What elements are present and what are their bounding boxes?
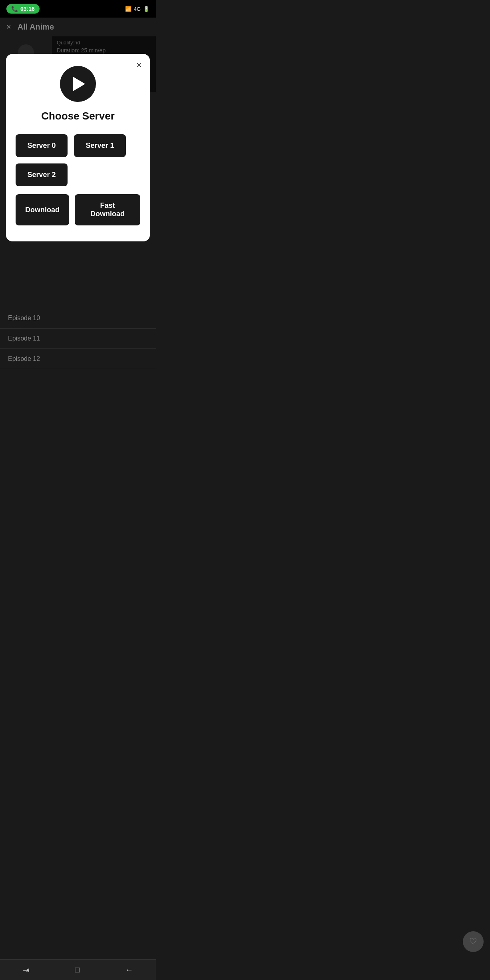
status-time: 📞 03:16 [6,4,40,14]
server-1-button[interactable]: Server 1 [74,134,126,157]
play-circle [60,66,96,102]
choose-server-modal: × Choose Server Server 0 Server 1 [6,54,150,241]
status-right: 📶 4G 🔋 [125,6,149,12]
status-bar: 📞 03:16 📶 4G 🔋 [0,0,156,18]
signal-icon: 📶 [125,6,131,12]
server-2-button[interactable]: Server 2 [16,163,68,186]
modal-title: Choose Server [41,110,115,122]
modal-overlay: × Choose Server Server 0 Server 1 [0,36,156,92]
download-row: Download Fast Download [16,194,140,225]
page-title: All Anime [18,22,54,32]
phone-icon: 📞 [11,6,18,12]
network-label: 4G [134,6,141,12]
battery-icon: 🔋 [143,6,149,12]
modal-close-button[interactable]: × [136,60,142,70]
play-icon [73,77,85,91]
top-nav: × All Anime [0,18,156,36]
download-button[interactable]: Download [16,194,69,225]
episode-10-item[interactable]: Episode 10 [0,308,156,329]
server-grid: Server 0 Server 1 Server 2 Download [16,134,140,225]
episode-11-item[interactable]: Episode 11 [0,329,156,349]
episode-12-item[interactable]: Episode 12 [0,349,156,369]
fast-download-button[interactable]: Fast Download [75,194,140,225]
top-close-button[interactable]: × [6,22,11,32]
server-row-mid: Server 2 [16,163,140,186]
episode-list: Episode 10 Episode 11 Episode 12 [0,308,156,369]
server-0-button[interactable]: Server 0 [16,134,68,157]
server-row-top: Server 0 Server 1 [16,134,140,157]
